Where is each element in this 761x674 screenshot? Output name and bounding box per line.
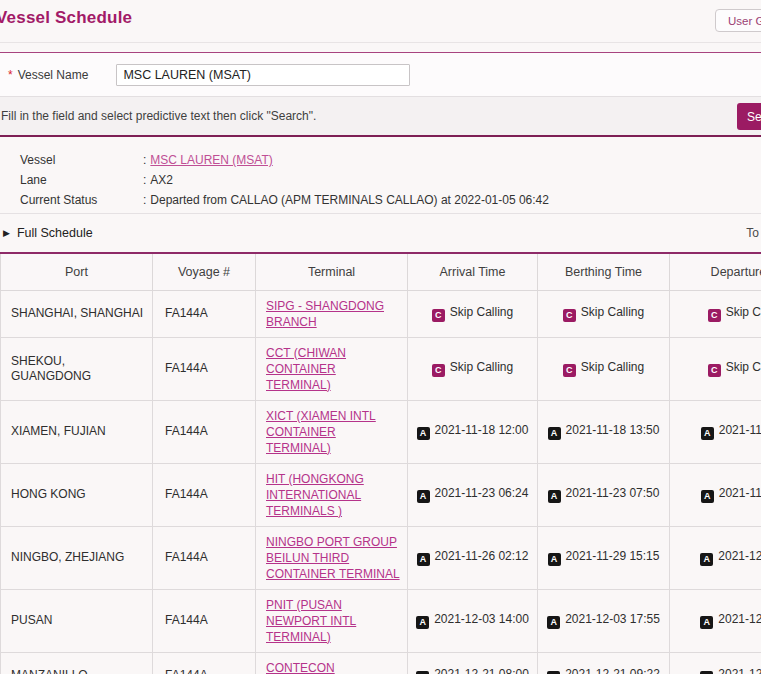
port-cell: PUSAN xyxy=(1,589,153,652)
arrival-text: Skip Calling xyxy=(450,360,513,374)
departure-cell: A2021-12-01 1 xyxy=(670,526,761,589)
status-letter-icon: C xyxy=(708,309,721,322)
departure-cell: CSkip Callin xyxy=(670,337,761,400)
departure-text: 2021-12-06 0 xyxy=(718,612,761,626)
hint-band: Fill in the field and select predictive … xyxy=(0,97,761,137)
departure-text: Skip Callin xyxy=(726,305,761,319)
terminal-link[interactable]: CONTECON MANZANILLO xyxy=(266,660,343,674)
summary-row-vessel: Vessel : MSC LAUREN (MSAT) xyxy=(20,150,761,170)
summary-label: Vessel xyxy=(20,150,143,170)
arrival-cell: CSkip Calling xyxy=(408,290,538,337)
berthing-text: Skip Calling xyxy=(581,360,644,374)
table-row: PUSAN FA144A PNIT (PUSAN NEWPORT INTL TE… xyxy=(1,589,761,652)
status-letter-icon: A xyxy=(417,553,430,566)
arrival-text: 2021-12-03 14:00 xyxy=(434,612,529,626)
berthing-cell: CSkip Calling xyxy=(538,290,670,337)
col-header-berthing: Berthing Time xyxy=(538,253,670,290)
col-header-arrival: Arrival Time xyxy=(408,253,538,290)
vessel-summary: Vessel : MSC LAUREN (MSAT) Lane : AX2 Cu… xyxy=(0,137,761,214)
departure-cell: A2021-12-23 1 xyxy=(670,652,761,674)
departure-text: 2021-11-20 1 xyxy=(719,423,761,437)
vessel-link[interactable]: MSC LAUREN (MSAT) xyxy=(150,150,272,170)
berthing-cell: A2021-12-21 09:22 xyxy=(538,652,670,674)
berthing-text: 2021-11-23 07:50 xyxy=(566,486,660,500)
departure-text: 2021-12-23 1 xyxy=(718,667,761,674)
terminal-cell: HIT (HONGKONG INTERNATIONAL TERMINALS ) xyxy=(256,463,408,526)
terminal-cell: NINGBO PORT GROUP BEILUN THIRD CONTAINER… xyxy=(256,526,408,589)
terminal-link[interactable]: PNIT (PUSAN NEWPORT INTL TERMINAL) xyxy=(266,597,356,645)
terminal-link[interactable]: NINGBO PORT GROUP BEILUN THIRD CONTAINER… xyxy=(266,534,400,582)
summary-label: Current Status xyxy=(20,190,143,210)
arrival-cell: A2021-11-23 06:24 xyxy=(408,463,538,526)
arrival-text: 2021-11-18 12:00 xyxy=(435,423,529,437)
vessel-search-form: * Vessel Name xyxy=(0,52,761,97)
full-schedule-bar: ▶ Full Schedule To xyxy=(0,214,761,252)
terminal-cell: SIPG - SHANGDONG BRANCH xyxy=(256,290,408,337)
status-letter-icon: C xyxy=(563,364,576,377)
expand-arrow-icon: ▶ xyxy=(3,228,10,238)
required-asterisk: * xyxy=(8,68,13,82)
col-header-terminal: Terminal xyxy=(256,253,408,290)
terminal-cell: PNIT (PUSAN NEWPORT INTL TERMINAL) xyxy=(256,589,408,652)
spacer xyxy=(0,43,761,52)
voyage-cell: FA144A xyxy=(153,589,256,652)
berthing-text: 2021-12-21 09:22 xyxy=(565,667,660,674)
voyage-cell: FA144A xyxy=(153,652,256,674)
table-row: HONG KONG FA144A HIT (HONGKONG INTERNATI… xyxy=(1,463,761,526)
status-letter-icon: C xyxy=(432,364,445,377)
terminal-link[interactable]: SIPG - SHANGDONG BRANCH xyxy=(266,298,384,330)
status-letter-icon: A xyxy=(417,427,430,440)
port-cell: HONG KONG xyxy=(1,463,153,526)
terminal-cell: CONTECON MANZANILLO xyxy=(256,652,408,674)
summary-row-current-status: Current Status : Departed from CALLAO (A… xyxy=(20,190,761,210)
colon: : xyxy=(143,150,146,170)
voyage-cell: FA144A xyxy=(153,526,256,589)
voyage-cell: FA144A xyxy=(153,290,256,337)
table-row: SHANGHAI, SHANGHAI FA144A SIPG - SHANGDO… xyxy=(1,290,761,337)
terminal-link[interactable]: XICT (XIAMEN INTL CONTAINER TERMINAL) xyxy=(266,408,376,456)
arrival-text: 2021-11-23 06:24 xyxy=(435,486,529,500)
arrival-text: Skip Calling xyxy=(450,305,513,319)
col-header-port: Port xyxy=(1,253,153,290)
berthing-cell: A2021-11-18 13:50 xyxy=(538,400,670,463)
vessel-name-input[interactable] xyxy=(116,64,410,86)
port-cell: MANZANILLO xyxy=(1,652,153,674)
terminal-cell: XICT (XIAMEN INTL CONTAINER TERMINAL) xyxy=(256,400,408,463)
col-header-voyage: Voyage # xyxy=(153,253,256,290)
summary-row-lane: Lane : AX2 xyxy=(20,170,761,190)
search-button[interactable]: Se xyxy=(737,103,761,130)
colon: : xyxy=(143,190,146,210)
status-letter-icon: A xyxy=(548,427,561,440)
status-letter-icon: A xyxy=(548,553,561,566)
departure-cell: A2021-12-06 0 xyxy=(670,589,761,652)
terminal-link[interactable]: CCT (CHIWAN CONTAINER TERMINAL) xyxy=(266,345,346,393)
port-cell: XIAMEN, FUJIAN xyxy=(1,400,153,463)
top-bar: Vessel Schedule User G xyxy=(0,0,761,43)
arrival-cell: A2021-12-03 14:00 xyxy=(408,589,538,652)
departure-cell: A2021-11-20 1 xyxy=(670,400,761,463)
voyage-cell: FA144A xyxy=(153,400,256,463)
terminal-link[interactable]: HIT (HONGKONG INTERNATIONAL TERMINALS ) xyxy=(266,471,364,519)
current-status-value: Departed from CALLAO (APM TERMINALS CALL… xyxy=(150,190,549,210)
berthing-text: 2021-12-03 17:55 xyxy=(565,612,660,626)
table-row: XIAMEN, FUJIAN FA144A XICT (XIAMEN INTL … xyxy=(1,400,761,463)
port-cell: NINGBO, ZHEJIANG xyxy=(1,526,153,589)
status-letter-icon: A xyxy=(417,490,430,503)
status-letter-icon: A xyxy=(700,616,713,629)
vessel-name-label: Vessel Name xyxy=(18,68,89,82)
truncated-right-text: To xyxy=(746,226,759,240)
summary-label: Lane xyxy=(20,170,143,190)
status-letter-icon: A xyxy=(701,490,714,503)
berthing-cell: A2021-12-03 17:55 xyxy=(538,589,670,652)
departure-cell: CSkip Callin xyxy=(670,290,761,337)
voyage-cell: FA144A xyxy=(153,463,256,526)
lane-value: AX2 xyxy=(150,170,173,190)
departure-text: 2021-12-01 1 xyxy=(718,549,761,563)
full-schedule-toggle[interactable]: ▶ Full Schedule xyxy=(3,226,93,240)
arrival-text: 2021-11-26 02:12 xyxy=(435,549,529,563)
arrival-cell: CSkip Calling xyxy=(408,337,538,400)
status-letter-icon: C xyxy=(708,364,721,377)
departure-cell: A2021-11-24 1 xyxy=(670,463,761,526)
user-guide-button[interactable]: User G xyxy=(715,9,761,32)
table-row: NINGBO, ZHEJIANG FA144A NINGBO PORT GROU… xyxy=(1,526,761,589)
